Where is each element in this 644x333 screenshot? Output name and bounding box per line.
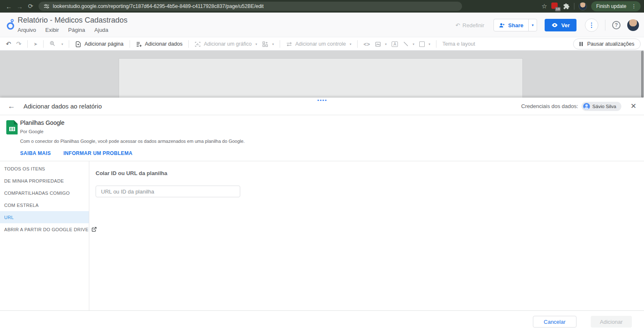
divider [27,40,28,48]
user-avatar-icon [583,103,590,110]
browser-profile-avatar[interactable] [579,2,587,10]
extension-badge: 19 [555,7,561,11]
select-cursor-button[interactable]: ➤ [31,41,40,47]
share-caret-button[interactable]: ▾ [528,19,537,31]
theme-layout-button[interactable]: Tema e layout [440,41,478,47]
more-options-button[interactable]: ⋮ [585,18,598,32]
text-box-button[interactable]: A [389,41,400,47]
help-icon[interactable]: ? [612,21,621,29]
browser-menu-icon[interactable]: ⋮ [630,3,638,9]
canvas-scrollbar[interactable] [641,51,644,98]
menu-exibir[interactable]: Exibir [45,27,59,33]
sidebar-item-abrir-google-drive[interactable]: ABRIR A PARTIR DO GOOGLE DRIVE [0,223,89,235]
add-data-button[interactable]: Adicionar dados [133,41,185,47]
control-slider-icon [286,41,292,47]
chevron-down-icon: ▾ [350,42,351,46]
divider [357,40,358,48]
shape-button[interactable]: ▾ [417,41,433,47]
undo-icon: ↶ [455,22,460,28]
share-split-button: Share ▾ [493,19,537,31]
browser-refresh-icon[interactable]: ⟳ [25,3,36,10]
add-page-button[interactable]: Adicionar página [73,41,126,47]
divider [130,40,130,48]
sidebar-item-label: TODOS OS ITENS [4,166,45,171]
spreadsheet-url-input[interactable] [96,186,240,197]
undo-button[interactable]: ↶ [3,40,14,48]
menu-arquivo[interactable]: Arquivo [18,27,36,33]
sidebar-item-com-estrela[interactable]: COM ESTRELA [0,199,89,211]
close-icon[interactable]: ✕ [631,102,636,111]
redo-button[interactable]: ↷ [14,40,24,48]
report-page[interactable] [119,58,523,98]
sidebar-item-url[interactable]: URL [0,211,89,223]
form-label: Colar ID ou URL da planilha [96,170,644,176]
adblock-extension-icon[interactable]: 19 [551,3,559,10]
panel-title: Adicionar dados ao relatório [23,103,102,110]
extensions-puzzle-icon[interactable] [563,3,570,10]
chevron-down-icon: ▾ [413,42,414,46]
menubar: Arquivo Exibir Página Ajuda [18,27,108,33]
add-data-panel: ← Adicionar dados ao relatório Credencia… [0,98,644,333]
browser-back-icon[interactable]: ← [3,3,14,10]
image-button[interactable]: ▾ [372,41,389,47]
google-sheets-icon [6,120,18,134]
sidebar-item-compartilhadas-comigo[interactable]: COMPARTILHADAS COMIGO [0,187,89,199]
credentials-label: Credenciais dos dados: [521,103,578,109]
report-canvas[interactable] [0,51,644,98]
panel-footer: Cancelar Adicionar [0,310,644,333]
share-label: Share [508,22,523,28]
zoom-button[interactable] [47,41,58,48]
view-button[interactable]: Ver [545,19,576,31]
rectangle-icon [419,41,425,47]
credentials-user: Sávio Silva [592,104,616,109]
sidebar-item-label: DE MINHA PROPRIEDADE [4,178,64,183]
back-arrow-icon[interactable]: ← [8,102,15,111]
sidebar-item-label: COM ESTRELA [4,203,39,208]
more-vertical-icon: ⋮ [589,21,595,29]
person-add-icon [499,22,505,28]
menu-pagina[interactable]: Página [68,27,85,33]
divider [69,40,69,48]
connector-description: Com o conector do Planilhas Google, você… [20,139,644,144]
add-data-icon [136,41,142,47]
report-title[interactable]: Relatório - Médicos Cadastrados [18,16,127,25]
bookmark-star-icon[interactable]: ☆ [542,3,547,10]
add-button[interactable]: Adicionar [591,316,632,328]
share-button[interactable]: Share [494,19,528,31]
credentials-chip[interactable]: Sávio Silva [582,102,621,111]
scrollbar-thumb[interactable] [641,51,644,98]
sidebar-item-todos-os-itens[interactable]: TODOS OS ITENS [0,163,89,175]
site-settings-icon[interactable] [44,3,49,9]
connector-info: Planilhas Google Por Google Com o conect… [0,115,644,161]
redefinir-button[interactable]: ↶ Redefinir [455,22,484,28]
cancel-button[interactable]: Cancelar [533,316,576,328]
sidebar-item-de-minha-propriedade[interactable]: DE MINHA PROPRIEDADE [0,175,89,187]
add-chart-button[interactable]: Adicionar um gráfico ▾ [192,41,260,47]
address-bar[interactable]: lookerstudio.google.com/reporting/7c187d… [39,2,462,11]
text-tool-icon: A [392,41,398,47]
sidebar-item-label: URL [4,215,14,220]
community-viz-button[interactable]: ▾ [260,41,276,47]
image-icon [375,41,381,47]
pause-updates-label: Pausar atualizações [587,41,634,47]
browser-chrome-bar: ← → ⟳ lookerstudio.google.com/reporting/… [0,0,644,13]
add-page-icon [75,41,81,47]
report-problem-link[interactable]: INFORMAR UM PROBLEMA [63,150,132,156]
line-button[interactable]: ▾ [400,41,417,47]
learn-more-link[interactable]: SAIBA MAIS [20,150,51,156]
browser-forward-icon[interactable]: → [14,3,25,10]
drag-handle-icon[interactable] [318,100,327,101]
chevron-down-icon: ▾ [272,42,274,46]
embed-button[interactable]: <> [361,41,372,47]
pause-updates-button[interactable]: Pausar atualizações [573,39,641,49]
add-control-button[interactable]: Adicionar um controle ▾ [283,41,354,47]
finish-update-button[interactable]: Finish update ⋮ [591,1,641,11]
account-avatar[interactable] [627,19,639,31]
menu-ajuda[interactable]: Ajuda [94,27,108,33]
chevron-down-icon: ▾ [532,23,534,27]
divider [280,40,280,48]
divider [574,3,574,10]
connector-name: Planilhas Google [20,119,644,126]
zoom-caret-icon[interactable]: ▾ [59,42,65,46]
add-data-label: Adicionar dados [145,41,183,47]
